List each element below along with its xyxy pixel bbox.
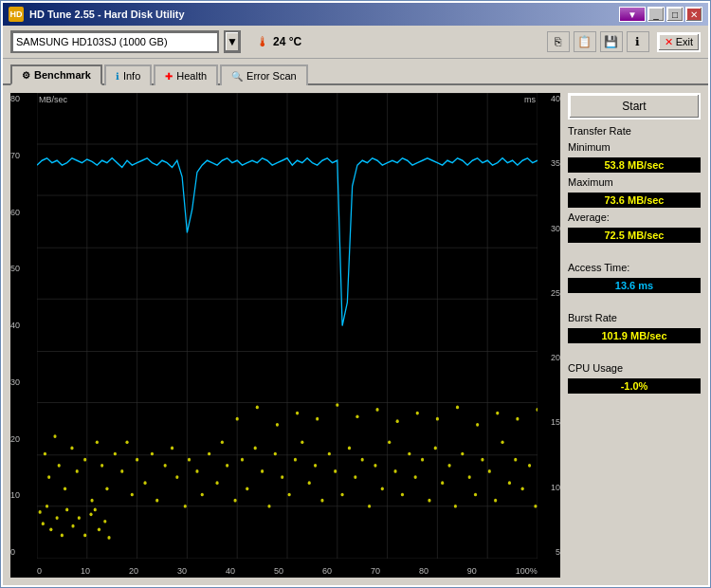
chart-canvas	[37, 93, 538, 559]
minimize-button[interactable]: _	[647, 7, 665, 22]
x-label-90: 90	[467, 566, 477, 576]
svg-point-117	[316, 417, 319, 421]
error-scan-tab-icon: 🔍	[231, 71, 243, 82]
svg-point-73	[374, 464, 376, 468]
tab-info[interactable]: ℹ Info	[104, 64, 152, 85]
benchmark-tab-label: Benchmark	[34, 69, 91, 81]
y-axis-left: 80 70 60 50 40 30 20 10 0	[10, 93, 37, 559]
y-left-10: 10	[10, 491, 37, 500]
svg-point-81	[428, 499, 430, 503]
toolbar: SAMSUNG HD103SJ (1000 GB) ▼ 🌡 24 °C ⎘ 📋 …	[3, 26, 708, 59]
x-label-10: 10	[81, 566, 90, 576]
temperature-display: 🌡 24 °C	[256, 34, 301, 49]
svg-point-93	[508, 481, 511, 485]
transfer-rate-section: Transfer Rate Minimum 53.8 MB/sec Maximu…	[568, 125, 701, 243]
title-bar-buttons: ▼ _ □ ✕	[619, 7, 702, 22]
y-left-70: 70	[10, 152, 37, 160]
svg-point-32	[105, 487, 108, 491]
svg-point-28	[83, 458, 86, 462]
svg-point-36	[131, 493, 134, 497]
svg-point-79	[414, 475, 417, 479]
svg-point-76	[393, 469, 396, 473]
y-left-60: 60	[10, 209, 37, 217]
tab-error-scan[interactable]: 🔍 Error Scan	[220, 64, 308, 85]
svg-point-35	[125, 440, 128, 444]
save-icon[interactable]: 💾	[600, 31, 623, 52]
svg-point-109	[94, 508, 97, 512]
info-icon[interactable]: ℹ	[627, 31, 649, 52]
svg-point-112	[107, 536, 110, 540]
svg-point-91	[494, 499, 497, 503]
svg-point-43	[175, 475, 178, 479]
toolbar-icons: ⎘ 📋 💾 ℹ	[547, 31, 649, 52]
svg-point-101	[49, 527, 52, 531]
svg-point-26	[70, 447, 73, 450]
svg-point-60	[288, 493, 291, 497]
paste-icon[interactable]: 📋	[574, 31, 596, 52]
svg-point-97	[534, 505, 537, 508]
svg-point-21	[44, 452, 46, 456]
svg-point-30	[96, 440, 99, 444]
download-button[interactable]: ▼	[619, 7, 646, 22]
tab-health[interactable]: ✚ Health	[154, 64, 218, 85]
svg-point-111	[103, 520, 106, 524]
svg-point-31	[100, 464, 103, 468]
tab-benchmark[interactable]: ⚙ Benchmark	[10, 64, 102, 85]
cpu-usage-value: -1.0%	[568, 378, 701, 394]
svg-point-52	[234, 499, 237, 503]
y-right-40: 40	[538, 95, 560, 103]
svg-point-59	[281, 475, 283, 479]
svg-point-34	[120, 469, 123, 473]
svg-point-25	[64, 487, 66, 491]
maximum-value: 73.6 MB/sec	[568, 193, 701, 208]
start-button[interactable]: Start	[568, 93, 701, 119]
x-label-70: 70	[371, 566, 380, 576]
svg-point-42	[171, 447, 173, 450]
svg-point-64	[314, 464, 317, 468]
svg-point-118	[336, 403, 338, 407]
window-title: HD Tune 2.55 - Hard Disk Utility	[29, 9, 185, 20]
minimum-value: 53.8 MB/sec	[568, 157, 701, 173]
svg-point-80	[421, 458, 424, 462]
y-left-20: 20	[10, 435, 37, 444]
y-axis-right: 40 35 30 25 20 15 10 5	[538, 93, 560, 559]
x-axis-labels: 0 10 20 30 40 50 60 70 80 90 100%	[37, 566, 538, 576]
health-tab-label: Health	[176, 70, 207, 82]
x-label-100: 100%	[516, 566, 538, 576]
svg-point-58	[274, 452, 277, 456]
svg-point-27	[76, 469, 79, 473]
svg-point-114	[256, 406, 259, 410]
svg-point-121	[396, 419, 399, 423]
svg-point-105	[71, 524, 74, 528]
svg-point-96	[528, 464, 531, 468]
x-label-30: 30	[177, 566, 187, 576]
svg-point-87	[468, 475, 471, 479]
x-label-40: 40	[226, 566, 235, 576]
y-right-35: 35	[538, 159, 560, 168]
svg-point-40	[155, 499, 158, 503]
average-value: 72.5 MB/sec	[568, 228, 701, 243]
svg-point-78	[408, 452, 410, 456]
svg-point-83	[441, 481, 444, 485]
svg-point-124	[456, 406, 459, 410]
info-tab-icon: ℹ	[116, 71, 119, 82]
copy-icon[interactable]: ⎘	[547, 31, 570, 52]
svg-point-113	[236, 417, 239, 421]
temperature-value: 24 °C	[273, 35, 301, 48]
y-left-40: 40	[10, 322, 37, 330]
exit-button[interactable]: ✕ Exit	[657, 32, 701, 52]
maximize-button[interactable]: □	[666, 7, 684, 22]
disk-dropdown-arrow[interactable]: ▼	[224, 30, 241, 53]
disk-select[interactable]: SAMSUNG HD103SJ (1000 GB)	[10, 30, 219, 53]
svg-point-110	[98, 527, 100, 531]
title-bar: HD HD Tune 2.55 - Hard Disk Utility ▼ _ …	[3, 3, 708, 26]
svg-point-84	[447, 464, 450, 468]
svg-point-89	[481, 458, 483, 462]
svg-point-69	[348, 447, 351, 450]
svg-point-66	[328, 452, 331, 456]
svg-point-46	[195, 469, 198, 473]
close-button[interactable]: ✕	[685, 7, 702, 22]
svg-point-53	[241, 458, 244, 462]
svg-point-67	[334, 469, 337, 473]
svg-point-56	[261, 469, 264, 473]
